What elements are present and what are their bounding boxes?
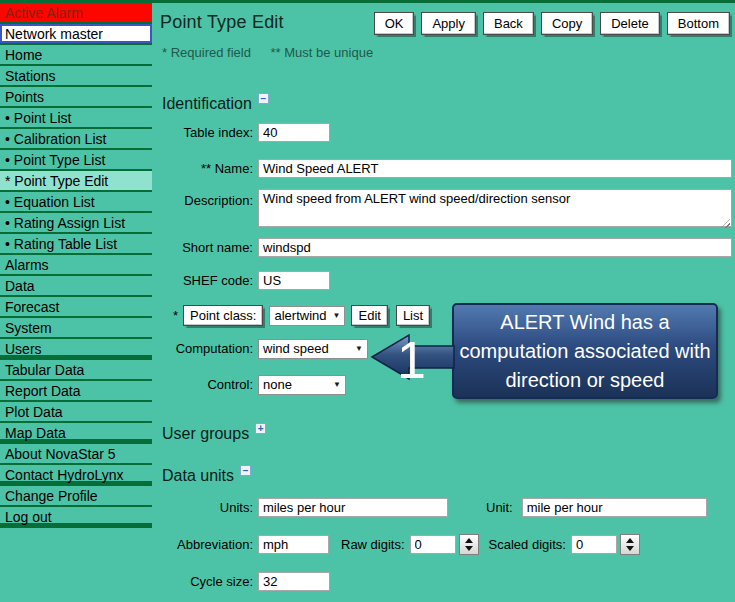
spinner-up-icon[interactable] bbox=[626, 538, 634, 543]
network-master-field[interactable]: Network master bbox=[0, 24, 152, 45]
page-title: Point Type Edit bbox=[160, 12, 374, 33]
point-class-select[interactable]: alertwind ▼ bbox=[269, 306, 345, 326]
scaled-digits-input[interactable] bbox=[571, 535, 617, 554]
units-row: Units: Unit: bbox=[160, 497, 707, 518]
expand-icon[interactable]: + bbox=[255, 423, 266, 434]
section-user-groups-label: User groups bbox=[162, 425, 249, 442]
point-class-row: * Point class: alertwind ▼ Edit List bbox=[160, 305, 430, 326]
short-name-label: Short name: bbox=[160, 240, 253, 255]
control-label: Control: bbox=[160, 377, 253, 392]
spinner-down-icon[interactable] bbox=[626, 546, 634, 551]
ok-button[interactable]: OK bbox=[374, 12, 415, 35]
collapse-icon[interactable]: − bbox=[258, 93, 269, 104]
sidebar-item-point-type-edit[interactable]: * Point Type Edit bbox=[0, 171, 152, 192]
computation-label: Computation: bbox=[160, 341, 253, 356]
sidebar-item-active-alarm[interactable]: Active Alarm bbox=[0, 3, 152, 24]
abbreviation-input[interactable] bbox=[258, 535, 329, 554]
scaled-digits-label: Scaled digits: bbox=[489, 537, 566, 552]
spinner-down-icon[interactable] bbox=[465, 546, 473, 551]
sidebar-item-contact-hydrolynx[interactable]: Contact HydroLynx bbox=[0, 465, 152, 486]
sidebar-item-rating-assign-list[interactable]: • Rating Assign List bbox=[0, 213, 152, 234]
shef-code-input[interactable] bbox=[258, 271, 330, 290]
unit-input[interactable] bbox=[522, 498, 707, 517]
shef-code-row: SHEF code: bbox=[160, 270, 330, 291]
name-input[interactable] bbox=[258, 159, 732, 178]
required-field-note: * Required field bbox=[162, 45, 251, 60]
section-data-units: Data units− bbox=[162, 465, 251, 485]
legend-note: * Required field ** Must be unique bbox=[162, 45, 389, 60]
step-number: 1 bbox=[397, 331, 426, 389]
sidebar-item-rating-table-list[interactable]: • Rating Table List bbox=[0, 234, 152, 255]
back-button[interactable]: Back bbox=[483, 12, 534, 35]
sidebar: Active Alarm Network master Home Station… bbox=[0, 3, 152, 528]
spinner-up-icon[interactable] bbox=[465, 538, 473, 543]
sidebar-item-report-data[interactable]: Report Data bbox=[0, 381, 152, 402]
section-user-groups: User groups+ bbox=[162, 423, 266, 443]
short-name-input[interactable] bbox=[258, 238, 732, 257]
app-window: Active Alarm Network master Home Station… bbox=[0, 0, 735, 602]
sidebar-item-about-novastar[interactable]: About NovaStar 5 bbox=[0, 444, 152, 465]
sidebar-item-home[interactable]: Home bbox=[0, 45, 152, 66]
table-index-label: Table index: bbox=[160, 125, 253, 140]
sidebar-item-users[interactable]: Users bbox=[0, 339, 152, 360]
table-index-row: Table index: bbox=[160, 122, 330, 143]
units-label: Units: bbox=[160, 500, 253, 515]
delete-button[interactable]: Delete bbox=[600, 12, 660, 35]
bottom-button[interactable]: Bottom bbox=[667, 12, 730, 35]
sidebar-item-change-profile[interactable]: Change Profile bbox=[0, 486, 152, 507]
control-value: none bbox=[263, 377, 328, 392]
computation-value: wind speed bbox=[263, 341, 350, 356]
sidebar-item-stations[interactable]: Stations bbox=[0, 66, 152, 87]
collapse-icon[interactable]: − bbox=[240, 465, 251, 476]
description-textarea[interactable]: Wind speed from ALERT wind speed/directi… bbox=[258, 189, 732, 227]
section-data-units-label: Data units bbox=[162, 467, 234, 484]
chevron-down-icon: ▼ bbox=[333, 380, 341, 389]
raw-digits-spinner[interactable] bbox=[459, 534, 479, 555]
point-class-value: alertwind bbox=[274, 308, 327, 323]
short-name-row: Short name: bbox=[160, 237, 732, 258]
sidebar-item-data[interactable]: Data bbox=[0, 276, 152, 297]
must-be-unique-note: ** Must be unique bbox=[271, 45, 374, 60]
sidebar-item-points[interactable]: Points bbox=[0, 87, 152, 108]
page-header: Point Type Edit OK Apply Back Copy Delet… bbox=[160, 12, 730, 35]
units-input[interactable] bbox=[258, 498, 448, 517]
point-class-button[interactable]: Point class: bbox=[183, 305, 263, 326]
cycle-size-row: Cycle size: bbox=[160, 571, 330, 592]
sidebar-item-forecast[interactable]: Forecast bbox=[0, 297, 152, 318]
sidebar-item-log-out[interactable]: Log out bbox=[0, 507, 152, 528]
sidebar-item-calibration-list[interactable]: • Calibration List bbox=[0, 129, 152, 150]
section-identification: Identification− bbox=[162, 93, 269, 113]
copy-button[interactable]: Copy bbox=[541, 12, 593, 35]
apply-button[interactable]: Apply bbox=[421, 12, 476, 35]
callout-arrow: 1 bbox=[371, 330, 455, 384]
sidebar-item-plot-data[interactable]: Plot Data bbox=[0, 402, 152, 423]
chevron-down-icon: ▼ bbox=[333, 311, 341, 320]
sidebar-item-tabular-data[interactable]: Tabular Data bbox=[0, 360, 152, 381]
sidebar-item-point-list[interactable]: • Point List bbox=[0, 108, 152, 129]
table-index-input[interactable] bbox=[258, 123, 330, 142]
control-select[interactable]: none ▼ bbox=[258, 375, 346, 395]
scaled-digits-spinner[interactable] bbox=[620, 534, 640, 555]
name-label: ** Name: bbox=[160, 161, 253, 176]
raw-digits-label: Raw digits: bbox=[341, 537, 405, 552]
cycle-size-input[interactable] bbox=[258, 572, 330, 591]
point-class-edit-button[interactable]: Edit bbox=[351, 305, 387, 326]
sidebar-item-alarms[interactable]: Alarms bbox=[0, 255, 152, 276]
chevron-down-icon: ▼ bbox=[355, 344, 363, 353]
sidebar-item-point-type-list[interactable]: • Point Type List bbox=[0, 150, 152, 171]
computation-select[interactable]: wind speed ▼ bbox=[258, 339, 368, 359]
abbreviation-label: Abbreviation: bbox=[160, 537, 253, 552]
toolbar: OK Apply Back Copy Delete Bottom bbox=[374, 12, 730, 35]
required-mark: * bbox=[173, 308, 183, 323]
sidebar-item-map-data[interactable]: Map Data bbox=[0, 423, 152, 444]
sidebar-item-equation-list[interactable]: • Equation List bbox=[0, 192, 152, 213]
raw-digits-input[interactable] bbox=[410, 535, 456, 554]
control-row: Control: none ▼ bbox=[160, 374, 346, 395]
callout-text: ALERT Wind has a computation associated … bbox=[458, 308, 712, 395]
sidebar-item-system[interactable]: System bbox=[0, 318, 152, 339]
description-row: Description: Wind speed from ALERT wind … bbox=[160, 189, 732, 231]
computation-row: Computation: wind speed ▼ bbox=[160, 338, 368, 359]
unit-label: Unit: bbox=[486, 500, 513, 515]
cycle-size-label: Cycle size: bbox=[160, 574, 253, 589]
point-class-list-button[interactable]: List bbox=[396, 305, 430, 326]
